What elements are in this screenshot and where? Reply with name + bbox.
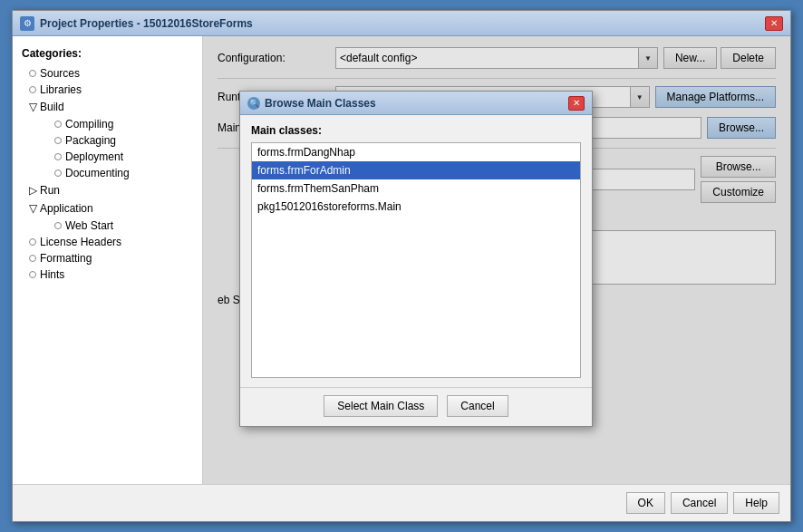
sidebar-item-build[interactable]: ▽ Build: [13, 98, 202, 116]
sidebar-item-sources[interactable]: Sources: [13, 65, 202, 82]
dot-icon: [54, 137, 62, 144]
window-close-button[interactable]: ✕: [765, 16, 783, 31]
sidebar-item-packaging[interactable]: Packaging: [13, 132, 202, 149]
sidebar-item-formatting[interactable]: Formatting: [13, 250, 202, 266]
main-window: ⚙ Project Properties - 15012016StoreForm…: [12, 10, 791, 522]
dot-icon: [29, 271, 36, 278]
modal-footer: Select Main Class Cancel: [240, 387, 592, 426]
dot-icon: [54, 153, 62, 160]
expand-icon: ▽: [25, 100, 40, 114]
modal-title-bar: 🔍 Browse Main Classes ✕: [240, 92, 592, 115]
bottom-buttons: OK Cancel Help: [13, 484, 790, 521]
title-bar-left: ⚙ Project Properties - 15012016StoreForm…: [20, 16, 253, 31]
main-content: Configuration: ▼ New... Delete Runtime P…: [203, 36, 790, 484]
sidebar-header: Categories:: [13, 44, 202, 65]
sidebar-item-web-start[interactable]: Web Start: [13, 218, 202, 234]
modal-icon: 🔍: [247, 97, 260, 110]
modal-overlay: 🔍 Browse Main Classes ✕ Main classes: fo…: [203, 36, 790, 484]
dot-icon: [54, 222, 62, 229]
modal-title-left: 🔍 Browse Main Classes: [247, 97, 376, 110]
sidebar-item-libraries[interactable]: Libraries: [13, 82, 202, 98]
dot-icon: [29, 86, 36, 93]
modal-close-button[interactable]: ✕: [568, 96, 585, 111]
dot-icon: [29, 255, 36, 262]
browse-modal: 🔍 Browse Main Classes ✕ Main classes: fo…: [239, 91, 593, 427]
title-bar: ⚙ Project Properties - 15012016StoreForm…: [13, 11, 790, 36]
sidebar-item-license-headers[interactable]: License Headers: [13, 234, 202, 250]
sidebar-item-deployment[interactable]: Deployment: [13, 149, 202, 165]
window-body: Categories: Sources Libraries ▽ Build Co…: [13, 36, 790, 484]
list-item-class2[interactable]: forms.frmForAdmin: [252, 161, 580, 179]
cancel-button[interactable]: Cancel: [671, 492, 728, 514]
dot-icon: [54, 121, 62, 128]
sidebar: Categories: Sources Libraries ▽ Build Co…: [13, 36, 203, 484]
ok-button[interactable]: OK: [626, 492, 665, 514]
sidebar-item-documenting[interactable]: Documenting: [13, 165, 202, 181]
list-item-class4[interactable]: pkg15012016storeforms.Main: [252, 198, 580, 216]
sidebar-item-run[interactable]: ▷ Run: [13, 181, 202, 199]
sidebar-item-hints[interactable]: Hints: [13, 266, 202, 283]
window-icon: ⚙: [20, 16, 34, 31]
select-main-class-button[interactable]: Select Main Class: [324, 395, 438, 417]
help-button[interactable]: Help: [733, 492, 779, 514]
window-title: Project Properties - 15012016StoreForms: [40, 17, 253, 30]
modal-title: Browse Main Classes: [265, 97, 376, 110]
collapse-icon: ▷: [25, 183, 40, 198]
sidebar-item-compiling[interactable]: Compiling: [13, 116, 202, 132]
dot-icon: [54, 169, 62, 177]
expand-icon: ▽: [25, 201, 40, 216]
modal-body: Main classes: forms.frmDangNhap forms.fr…: [240, 115, 592, 387]
dot-icon: [29, 238, 36, 246]
classes-label: Main classes:: [251, 124, 581, 137]
list-item-class3[interactable]: forms.frmThemSanPham: [252, 179, 580, 198]
list-item-class1[interactable]: forms.frmDangNhap: [252, 143, 580, 161]
classes-list[interactable]: forms.frmDangNhap forms.frmForAdmin form…: [251, 142, 581, 378]
sidebar-item-application[interactable]: ▽ Application: [13, 199, 202, 218]
modal-cancel-button[interactable]: Cancel: [447, 395, 508, 417]
dot-icon: [29, 70, 36, 77]
